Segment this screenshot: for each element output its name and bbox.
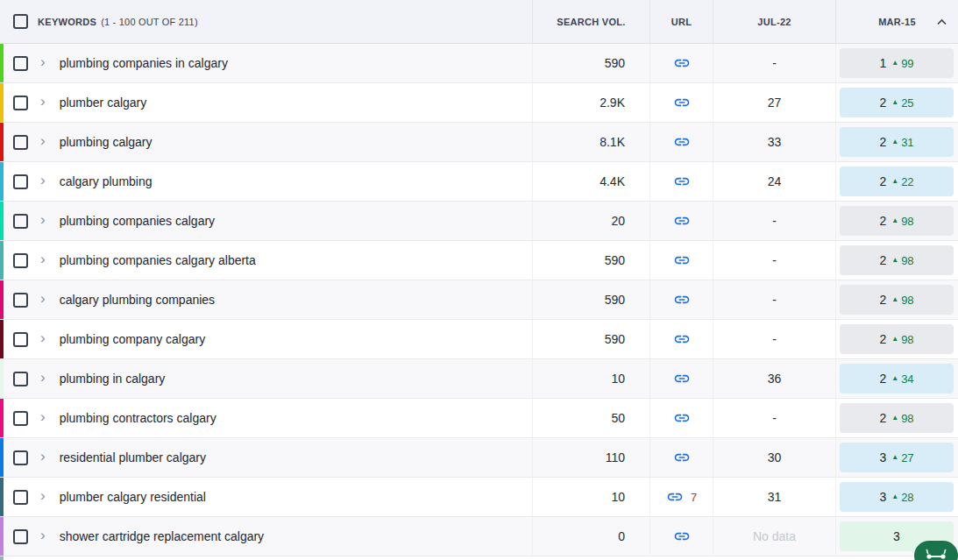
search-volume-value: 2.9K: [532, 83, 649, 122]
keyword-link[interactable]: plumbing calgary: [60, 135, 153, 149]
position-cell[interactable]: 3▲27: [840, 443, 954, 472]
keyword-link[interactable]: plumbing companies in calgary: [60, 56, 228, 70]
link-icon[interactable]: [673, 291, 691, 308]
position-value: 2: [879, 372, 886, 386]
position-cell[interactable]: 2▲98: [840, 206, 954, 236]
row-color-strip: [0, 359, 4, 398]
row-checkbox[interactable]: [13, 490, 28, 505]
row-checkbox[interactable]: [13, 332, 28, 347]
search-volume-value: 590: [532, 44, 649, 82]
column-header-url[interactable]: URL: [649, 0, 713, 43]
chevron-right-icon[interactable]: ›: [40, 330, 46, 345]
link-icon[interactable]: [666, 488, 684, 506]
row-checkbox[interactable]: [13, 174, 28, 189]
position-value: 3: [879, 490, 886, 504]
select-all-checkbox[interactable]: [13, 14, 28, 29]
link-icon[interactable]: [673, 94, 691, 111]
chevron-right-icon[interactable]: ›: [40, 54, 46, 69]
position-cell[interactable]: 2▲98: [840, 285, 954, 315]
link-icon[interactable]: [673, 449, 691, 466]
jul22-value: -: [713, 44, 835, 82]
chevron-up-icon[interactable]: [937, 18, 947, 25]
row-color-strip: [0, 44, 4, 82]
row-checkbox[interactable]: [13, 96, 28, 110]
link-icon[interactable]: [673, 252, 691, 269]
chevron-right-icon[interactable]: ›: [40, 291, 46, 306]
table-row: ›plumbing companies in calgary 590 - 1▲9…: [0, 44, 958, 83]
triangle-up-icon: ▲: [891, 178, 898, 185]
row-checkbox[interactable]: [13, 411, 28, 426]
link-icon[interactable]: [673, 212, 691, 230]
link-icon[interactable]: [673, 173, 691, 190]
triangle-up-icon: ▲: [891, 454, 898, 461]
keywords-header-label: KEYWORDS(1 - 100 OUT OF 211): [38, 17, 198, 27]
column-header-jul22[interactable]: JUL-22: [713, 0, 835, 43]
url-count-badge: 7: [691, 491, 697, 504]
link-icon[interactable]: [673, 409, 691, 427]
row-color-strip: [0, 162, 4, 201]
compare-widget-icon: [924, 549, 948, 560]
chevron-right-icon[interactable]: ›: [40, 133, 46, 148]
link-icon[interactable]: [673, 54, 691, 72]
change-value: 98: [901, 215, 913, 228]
position-value: 2: [879, 96, 886, 110]
column-header-search-vol[interactable]: SEARCH VOL.: [532, 0, 649, 43]
link-icon[interactable]: [673, 370, 691, 387]
row-checkbox[interactable]: [13, 450, 28, 465]
column-header-mar15[interactable]: MAR-15: [835, 0, 958, 43]
mar15-label: MAR-15: [878, 17, 916, 27]
position-cell[interactable]: 2▲98: [840, 324, 954, 354]
keyword-link[interactable]: plumbing in calgary: [60, 372, 166, 386]
table-row: ›calgary plumbing 4.4K 24 2▲22: [0, 162, 958, 202]
change-value: 28: [901, 491, 913, 504]
position-cell[interactable]: 3▲28: [840, 482, 954, 512]
chevron-right-icon[interactable]: ›: [40, 409, 46, 424]
row-checkbox[interactable]: [13, 214, 28, 229]
position-value: 2: [879, 214, 886, 228]
chevron-right-icon[interactable]: ›: [40, 252, 46, 266]
position-value: 3: [879, 450, 886, 464]
link-icon[interactable]: [673, 133, 691, 151]
keyword-link[interactable]: residential plumber calgary: [60, 450, 206, 464]
row-checkbox[interactable]: [13, 56, 28, 71]
link-icon[interactable]: [673, 330, 691, 348]
triangle-up-icon: ▲: [891, 99, 898, 106]
position-cell[interactable]: 2▲31: [840, 127, 954, 157]
search-volume-value: 0: [532, 517, 649, 556]
triangle-up-icon: ▲: [891, 257, 898, 264]
keyword-link[interactable]: plumbing companies calgary alberta: [60, 253, 256, 267]
keyword-link[interactable]: plumber calgary residential: [60, 490, 206, 504]
keyword-link[interactable]: shower cartridge replacement calgary: [60, 529, 264, 543]
keyword-link[interactable]: plumbing companies calgary: [60, 214, 215, 228]
position-cell[interactable]: 2▲22: [840, 167, 954, 196]
row-checkbox[interactable]: [13, 293, 28, 308]
keyword-link[interactable]: calgary plumbing: [60, 174, 153, 188]
widget-button[interactable]: [914, 541, 958, 560]
chevron-right-icon[interactable]: ›: [40, 212, 46, 227]
position-cell[interactable]: 2▲34: [840, 364, 954, 393]
change-value: 98: [901, 294, 913, 307]
chevron-right-icon[interactable]: ›: [40, 528, 46, 542]
row-checkbox[interactable]: [13, 253, 28, 268]
position-cell[interactable]: 2▲98: [840, 403, 954, 433]
keyword-link[interactable]: plumbing contractors calgary: [60, 411, 216, 425]
row-checkbox[interactable]: [13, 529, 28, 544]
chevron-right-icon[interactable]: ›: [40, 449, 46, 464]
chevron-right-icon[interactable]: ›: [40, 370, 46, 385]
row-checkbox[interactable]: [13, 135, 28, 150]
chevron-right-icon[interactable]: ›: [40, 488, 46, 503]
chevron-right-icon[interactable]: ›: [40, 173, 46, 188]
row-checkbox[interactable]: [13, 372, 28, 386]
keyword-link[interactable]: plumbing company calgary: [60, 332, 206, 346]
jul22-value: 36: [713, 359, 835, 398]
link-icon[interactable]: [673, 528, 691, 545]
keyword-link[interactable]: plumber calgary: [60, 96, 147, 110]
position-cell[interactable]: 1▲99: [840, 48, 954, 78]
change-value: 25: [901, 96, 913, 110]
triangle-up-icon: ▲: [891, 217, 898, 224]
triangle-up-icon: ▲: [891, 296, 898, 303]
position-cell[interactable]: 2▲25: [840, 88, 954, 117]
chevron-right-icon[interactable]: ›: [40, 94, 46, 109]
position-cell[interactable]: 2▲98: [840, 245, 954, 275]
keyword-link[interactable]: calgary plumbing companies: [60, 293, 215, 307]
